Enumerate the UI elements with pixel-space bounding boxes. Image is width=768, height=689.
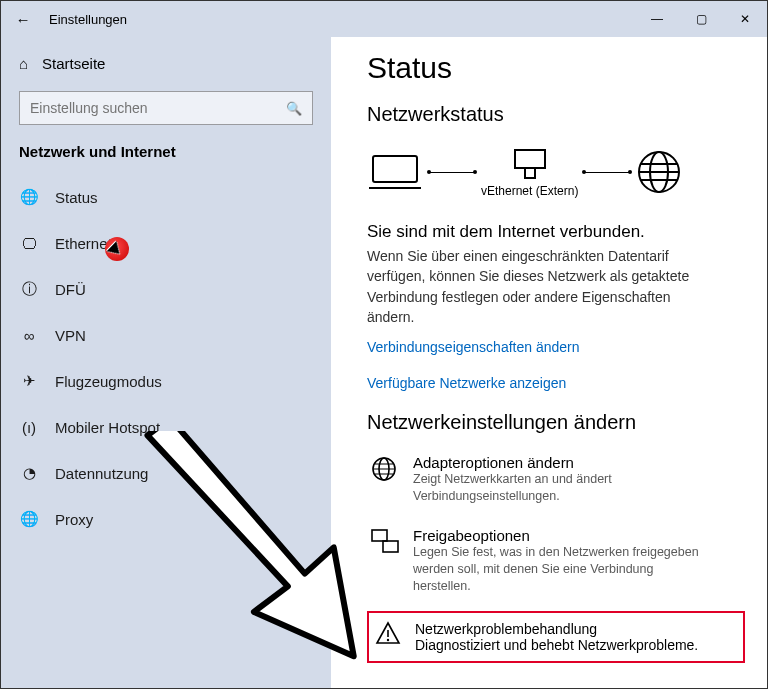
nav-label: Datennutzung	[55, 465, 148, 482]
link-available-networks[interactable]: Verfügbare Netzwerke anzeigen	[367, 375, 745, 391]
vpn-icon: ∞	[19, 327, 39, 344]
network-diagram: vEthernet (Extern)	[367, 140, 745, 202]
svg-rect-0	[373, 156, 417, 182]
nav-label: Proxy	[55, 511, 93, 528]
close-button[interactable]: ✕	[723, 1, 767, 37]
connector-line	[429, 172, 475, 173]
highlight-marker	[105, 237, 129, 261]
section-title: Netzwerkstatus	[367, 103, 745, 126]
home-icon: ⌂	[19, 55, 28, 72]
search-input[interactable]	[30, 100, 286, 116]
home-button[interactable]: ⌂ Startseite	[1, 43, 331, 83]
svg-rect-1	[515, 150, 545, 168]
nav-data-usage[interactable]: ◔ Datennutzung	[1, 450, 331, 496]
home-label: Startseite	[42, 55, 105, 72]
content-pane: Status Netzwerkstatus vEthernet (Extern)…	[331, 37, 767, 688]
option-title: Netzwerkproblembehandlung	[415, 621, 698, 637]
nav-vpn[interactable]: ∞ VPN	[1, 312, 331, 358]
section-heading: Netzwerk und Internet	[1, 141, 331, 174]
svg-rect-8	[383, 541, 398, 552]
nav-label: Status	[55, 189, 98, 206]
svg-rect-2	[525, 168, 535, 178]
search-box[interactable]: 🔍	[19, 91, 313, 125]
option-sharing[interactable]: Freigabeoptionen Legen Sie fest, was in …	[367, 521, 745, 601]
dialup-icon: ⓘ	[19, 280, 39, 299]
svg-point-10	[387, 638, 389, 640]
section-title: Netzwerkeinstellungen ändern	[367, 411, 745, 434]
option-title: Adapteroptionen ändern	[413, 454, 713, 471]
maximize-button[interactable]: ▢	[679, 1, 723, 37]
airplane-icon: ✈	[19, 372, 39, 390]
sharing-icon	[371, 527, 399, 595]
nav-airplane[interactable]: ✈ Flugzeugmodus	[1, 358, 331, 404]
nav-status[interactable]: 🌐 Status	[1, 174, 331, 220]
pc-icon	[367, 152, 423, 192]
sidebar: ⌂ Startseite 🔍 Netzwerk und Internet 🌐 S…	[1, 37, 331, 688]
nav-label: Mobiler Hotspot	[55, 419, 160, 436]
nav-ethernet[interactable]: 🖵 Ethernet	[1, 220, 331, 266]
link-connection-properties[interactable]: Verbindungseigenschaften ändern	[367, 339, 745, 355]
connection-substatus: Wenn Sie über einen eingeschränkten Date…	[367, 246, 707, 327]
option-title: Freigabeoptionen	[413, 527, 713, 544]
minimize-button[interactable]: —	[635, 1, 679, 37]
adapter-icon	[371, 454, 399, 505]
nav-proxy[interactable]: 🌐 Proxy	[1, 496, 331, 542]
option-desc: Zeigt Netzwerkkarten an und ändert Verbi…	[413, 471, 713, 505]
nav-dialup[interactable]: ⓘ DFÜ	[1, 266, 331, 312]
nav-label: VPN	[55, 327, 86, 344]
globe-icon: 🌐	[19, 188, 39, 206]
connector-line	[584, 172, 630, 173]
nav-label: Flugzeugmodus	[55, 373, 162, 390]
globe-icon	[636, 149, 682, 195]
connection-status: Sie sind mit dem Internet verbunden.	[367, 222, 745, 242]
svg-rect-7	[372, 530, 387, 541]
back-button[interactable]: ←	[1, 11, 45, 28]
proxy-icon: 🌐	[19, 510, 39, 528]
title-bar: ← Einstellungen — ▢ ✕	[1, 1, 767, 37]
page-title: Status	[367, 51, 745, 85]
search-icon: 🔍	[286, 101, 302, 116]
data-usage-icon: ◔	[19, 464, 39, 482]
nav-label: Ethernet	[55, 235, 112, 252]
nav-hotspot[interactable]: (ı) Mobiler Hotspot	[1, 404, 331, 450]
option-adapter[interactable]: Adapteroptionen ändern Zeigt Netzwerkkar…	[367, 448, 745, 511]
warning-icon	[375, 621, 401, 653]
window-title: Einstellungen	[45, 12, 635, 27]
option-desc: Legen Sie fest, was in den Netzwerken fr…	[413, 544, 713, 595]
router-label: vEthernet (Extern)	[481, 184, 578, 198]
router-icon	[511, 146, 549, 182]
option-desc: Diagnostiziert und behebt Netzwerkproble…	[415, 637, 698, 653]
hotspot-icon: (ı)	[19, 419, 39, 436]
option-troubleshoot[interactable]: Netzwerkproblembehandlung Diagnostiziert…	[367, 611, 745, 663]
ethernet-icon: 🖵	[19, 235, 39, 252]
nav-label: DFÜ	[55, 281, 86, 298]
